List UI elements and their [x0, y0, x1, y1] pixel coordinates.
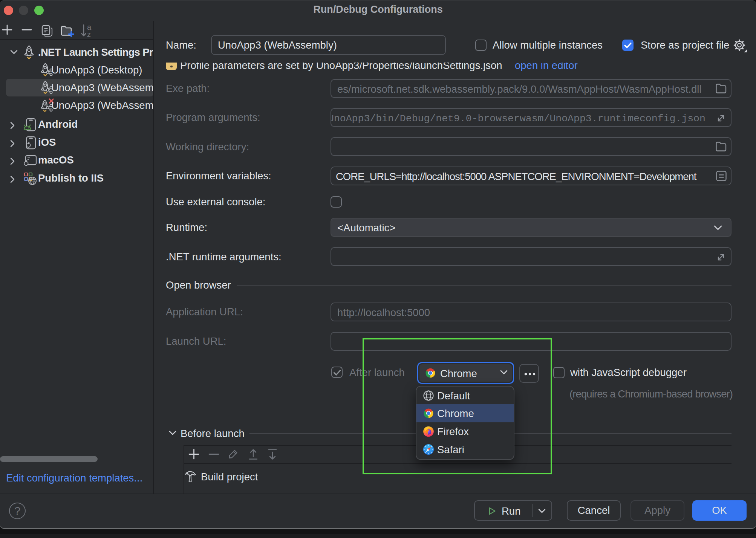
- svg-text:z: z: [87, 30, 91, 38]
